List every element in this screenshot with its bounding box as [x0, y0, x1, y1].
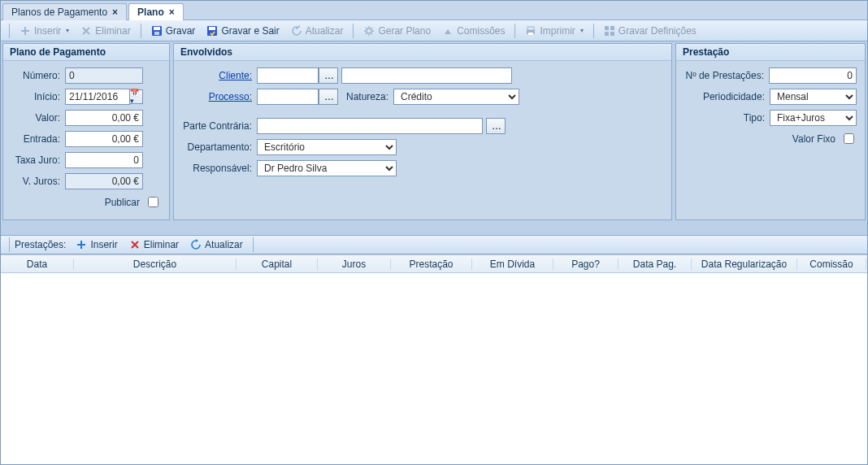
sub-eliminar-button[interactable]: Eliminar: [124, 237, 184, 252]
svg-rect-10: [610, 26, 614, 30]
parte-lookup-button[interactable]: …: [486, 118, 506, 134]
delete-icon: [129, 239, 141, 250]
comissoes-icon: [442, 25, 454, 37]
close-icon[interactable]: ×: [169, 7, 175, 18]
btn-label: Gravar Definições: [618, 25, 697, 37]
tab-bar: Planos de Pagamento × Plano ×: [1, 1, 867, 20]
responsavel-label: Responsável:: [182, 163, 252, 174]
eliminar-button[interactable]: Eliminar: [76, 24, 135, 38]
app-window: Planos de Pagamento × Plano × Inserir ▾ …: [0, 0, 868, 465]
grid-col-descri-o[interactable]: Descrição: [74, 259, 237, 270]
grid-col-juros[interactable]: Juros: [318, 259, 391, 270]
tab-label: Planos de Pagamento: [11, 7, 107, 18]
panel-title: Prestação: [676, 44, 865, 61]
parte-contraria-field[interactable]: [257, 118, 483, 134]
btn-label: Comissões: [457, 25, 505, 37]
sub-atualizar-button[interactable]: Atualizar: [185, 237, 248, 252]
panel-title: Envolvidos: [174, 44, 671, 61]
responsavel-select[interactable]: Dr Pedro Silva: [257, 160, 397, 176]
svg-rect-12: [610, 32, 614, 36]
grid-col-comiss-o[interactable]: Comissão: [797, 259, 866, 270]
processo-code-field[interactable]: [257, 89, 319, 105]
save-icon: [151, 25, 163, 37]
plus-icon: [76, 239, 87, 250]
departamento-select[interactable]: Escritório: [257, 139, 397, 155]
cliente-name-field[interactable]: [341, 67, 512, 84]
entrada-label: Entrada:: [11, 133, 60, 145]
grid-col-presta-o[interactable]: Prestação: [391, 259, 472, 270]
tab-planos-pagamento[interactable]: Planos de Pagamento ×: [2, 3, 127, 20]
panel-title: Plano de Pagamento: [3, 44, 169, 61]
inserir-button[interactable]: Inserir ▾: [15, 24, 74, 38]
publicar-checkbox[interactable]: [148, 197, 158, 207]
btn-label: Eliminar: [95, 25, 130, 37]
panels: Plano de Pagamento Número: Início: 📅▾ Va…: [1, 41, 867, 222]
panel-prestacao: Prestação Nº de Prestações: Periodicidad…: [675, 43, 866, 220]
valor-field[interactable]: [65, 110, 143, 126]
btn-label: Gravar e Sair: [221, 25, 279, 37]
periodicidade-select[interactable]: Mensal: [770, 89, 857, 105]
refresh-icon: [291, 25, 302, 37]
print-icon: [525, 25, 536, 37]
gravar-button[interactable]: Gravar: [146, 24, 201, 38]
numero-field: [65, 67, 143, 84]
refresh-icon: [190, 239, 202, 250]
processo-lookup-button[interactable]: …: [319, 89, 338, 105]
cliente-lookup-button[interactable]: …: [319, 67, 338, 84]
panel-envolvidos: Envolvidos Cliente: … Processo: … Nature…: [173, 43, 672, 220]
dropdown-icon[interactable]: ▾: [66, 27, 69, 34]
entrada-field[interactable]: [65, 131, 143, 147]
prestacoes-grid: DataDescriçãoCapitalJurosPrestaçãoEm Dív…: [1, 254, 867, 464]
atualizar-button[interactable]: Atualizar: [286, 24, 349, 38]
tab-plano[interactable]: Plano ×: [128, 3, 184, 20]
grid-col-data-pag-[interactable]: Data Pag.: [618, 259, 692, 270]
valorfixo-checkbox[interactable]: [844, 133, 854, 144]
natureza-label: Natureza:: [346, 91, 388, 102]
svg-rect-11: [605, 32, 609, 36]
panel-plano-pagamento: Plano de Pagamento Número: Início: 📅▾ Va…: [2, 43, 170, 220]
btn-label: Inserir: [90, 239, 117, 250]
tab-label: Plano: [137, 7, 164, 18]
save-settings-icon: [604, 25, 615, 37]
grid-col-capital[interactable]: Capital: [237, 259, 318, 270]
btn-label: Gravar: [166, 25, 196, 37]
btn-label: Inserir: [34, 25, 61, 37]
natureza-select[interactable]: Crédito: [393, 89, 519, 105]
gear-icon: [363, 25, 375, 37]
btn-label: Atualizar: [205, 239, 243, 250]
processo-link[interactable]: Processo:: [182, 91, 252, 102]
imprimir-button[interactable]: Imprimir ▾: [520, 24, 588, 38]
comissoes-button[interactable]: Comissões: [437, 24, 510, 38]
sub-inserir-button[interactable]: Inserir: [71, 237, 122, 252]
gerar-plano-button[interactable]: Gerar Plano: [358, 24, 436, 38]
calendar-icon[interactable]: 📅▾: [130, 89, 143, 104]
close-icon[interactable]: ×: [112, 7, 118, 18]
taxa-juro-field[interactable]: [65, 152, 143, 168]
nprestacoes-label: Nº de Prestações:: [684, 70, 764, 81]
inicio-datepicker[interactable]: 📅▾: [65, 89, 143, 105]
grid-col-pago-[interactable]: Pago?: [553, 259, 618, 270]
inicio-input[interactable]: [65, 89, 130, 105]
valorfixo-label: Valor Fixo: [792, 133, 835, 145]
grid-col-data-regulariza-o[interactable]: Data Regularização: [692, 259, 797, 270]
grid-body[interactable]: [1, 273, 867, 460]
periodicidade-label: Periodicidade:: [684, 91, 765, 102]
delete-icon: [80, 25, 92, 37]
svg-point-5: [367, 28, 371, 33]
nprestacoes-field[interactable]: [769, 67, 857, 84]
gravar-definicoes-button[interactable]: Gravar Definições: [599, 24, 701, 38]
grid-col-em-d-vida[interactable]: Em Dívida: [472, 259, 553, 270]
svg-rect-4: [209, 27, 215, 30]
btn-label: Imprimir: [540, 25, 575, 37]
dropdown-icon[interactable]: ▾: [580, 27, 584, 34]
parte-contraria-label: Parte Contrária:: [182, 120, 252, 132]
numero-label: Número:: [11, 70, 60, 81]
tipo-select[interactable]: Fixa+Juros: [770, 110, 857, 126]
cliente-link[interactable]: Cliente:: [182, 70, 252, 81]
inicio-label: Início:: [11, 91, 60, 102]
vjuros-label: V. Juros:: [11, 176, 60, 187]
cliente-code-field[interactable]: [257, 67, 319, 84]
gravar-sair-button[interactable]: Gravar e Sair: [202, 24, 284, 38]
svg-rect-9: [605, 26, 609, 30]
grid-col-data[interactable]: Data: [1, 259, 74, 270]
